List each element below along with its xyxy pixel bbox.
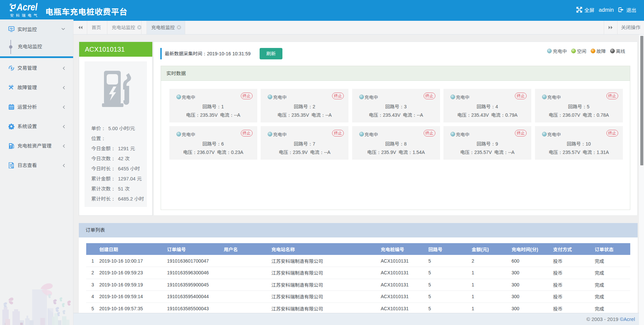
svg-text:¥: ¥ [10, 66, 12, 70]
